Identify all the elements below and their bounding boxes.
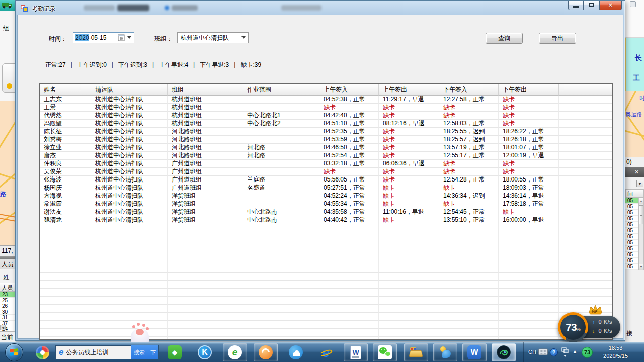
table-row[interactable] bbox=[40, 337, 612, 340]
column-header[interactable]: 下午签出 bbox=[499, 84, 559, 96]
vip-crown-icon[interactable]: VIP bbox=[588, 304, 604, 317]
column-header[interactable] bbox=[559, 84, 612, 96]
table-row[interactable] bbox=[40, 232, 612, 240]
table-row[interactable] bbox=[40, 256, 612, 264]
table-row[interactable]: 王景杭州道中心清扫队杭州道班组缺卡缺卡缺卡缺卡 bbox=[40, 104, 612, 112]
team-dropdown[interactable]: 杭州道中心清扫队 bbox=[177, 32, 249, 43]
background-list-row[interactable]: 05 bbox=[625, 216, 638, 222]
background-list-row[interactable]: 23 bbox=[0, 292, 15, 298]
app-button-explorer[interactable] bbox=[404, 343, 428, 361]
table-row[interactable]: 常淑霞杭州道中心清扫队洋货班组04:55:34，正常缺卡缺卡17:58:18，正… bbox=[40, 200, 612, 208]
column-header[interactable]: 清运队 bbox=[91, 84, 168, 96]
scrollbar[interactable]: ▲ ▼ bbox=[638, 198, 644, 270]
background-tool-button[interactable] bbox=[2, 63, 15, 93]
table-row[interactable] bbox=[40, 264, 612, 273]
background-list-row[interactable]: 05 bbox=[625, 264, 638, 270]
background-list-row[interactable]: 05 bbox=[625, 258, 638, 264]
app-button-360-browser[interactable]: e bbox=[223, 343, 247, 361]
table-row[interactable]: 杨国庆杭州道中心清扫队广州道班组名盛道05:27:51，正常缺卡缺卡18:09:… bbox=[40, 184, 612, 192]
table-row[interactable] bbox=[40, 329, 612, 337]
background-list-row[interactable]: 25 bbox=[0, 298, 15, 304]
app-button-wangwang[interactable] bbox=[433, 343, 457, 361]
chevron-down-icon[interactable]: ▼ bbox=[636, 180, 643, 187]
column-header[interactable]: 下午签入 bbox=[439, 84, 499, 96]
map-fragment-right[interactable]: 时 奥运路 bbox=[625, 90, 644, 157]
background-list-row[interactable]: 05 bbox=[625, 234, 638, 240]
keyboard-icon[interactable] bbox=[538, 348, 548, 357]
table-row[interactable]: 唐杰杭州道中心清扫队河北路班组河北路04:52:54，正常缺卡12:55:17，… bbox=[40, 152, 612, 160]
chevron-down-icon[interactable] bbox=[127, 36, 131, 41]
language-indicator[interactable]: CH bbox=[528, 349, 536, 355]
table-row[interactable] bbox=[40, 305, 612, 313]
background-list-row[interactable]: 05 bbox=[625, 252, 638, 258]
desktop-pet-paw[interactable] bbox=[127, 322, 151, 342]
start-button[interactable] bbox=[4, 343, 24, 361]
table-row[interactable]: 徐立业杭州道中心清扫队河北路班组河北路04:46:50，正常缺卡13:57:19… bbox=[40, 144, 612, 152]
minimize-button[interactable] bbox=[568, 1, 584, 10]
app-icon-360[interactable] bbox=[31, 343, 53, 361]
column-header[interactable]: 姓名 bbox=[40, 84, 91, 96]
table-row[interactable]: 刘秀梅杭州道中心清扫队河北路班组04:53:59，正常缺卡18:25:57，迟到… bbox=[40, 136, 612, 144]
background-list-row[interactable]: 05 bbox=[625, 222, 638, 228]
maximize-button[interactable] bbox=[584, 1, 599, 10]
table-row[interactable]: 谢法友杭州道中心清扫队洋货班组中心北路南04:35:58，正常11:00:16，… bbox=[40, 208, 612, 216]
background-list-row[interactable]: 05 bbox=[625, 204, 638, 210]
table-row[interactable]: 代绣然杭州道中心清扫队杭州道班组中心北路北104:42:40，正常缺卡缺卡缺卡 bbox=[40, 112, 612, 120]
table-row[interactable]: 吴俊荣杭州道中心清扫队广州道班组缺卡缺卡缺卡缺卡 bbox=[40, 168, 612, 176]
titlebar[interactable]: 考勤记录 ✕ bbox=[16, 1, 625, 15]
taskbar-search-box[interactable]: e 公务员线上培训 搜索一下 bbox=[55, 345, 159, 359]
table-row[interactable] bbox=[40, 289, 612, 297]
scrollbar-thumb[interactable] bbox=[639, 205, 643, 224]
background-list-row[interactable]: 30 bbox=[0, 309, 15, 315]
export-button[interactable]: 导出 bbox=[539, 33, 576, 44]
table-row[interactable] bbox=[40, 313, 612, 321]
table-row[interactable]: 方海视杭州道中心清扫队洋货班组04:52:24，正常缺卡14:36:34，迟到1… bbox=[40, 192, 612, 200]
table-row[interactable] bbox=[40, 224, 612, 232]
background-list-row[interactable]: 05 bbox=[625, 228, 638, 234]
close-button[interactable]: ✕ bbox=[599, 1, 622, 10]
taskbar-clock[interactable]: 18:53 2020/5/15 bbox=[603, 344, 628, 360]
app-icon-green-gem[interactable]: ◆ bbox=[164, 343, 186, 361]
table-row[interactable]: 陈长征杭州道中心清扫队河北路班组04:52:35，正常缺卡18:25:55，迟到… bbox=[40, 128, 612, 136]
background-list-row[interactable]: 05 bbox=[625, 246, 638, 252]
background-list-row[interactable]: 05 bbox=[625, 198, 638, 204]
calendar-icon[interactable] bbox=[118, 34, 125, 41]
column-header[interactable]: 作业范围 bbox=[243, 84, 319, 96]
table-row[interactable]: 仲积良杭州道中心清扫队广州道班组03:32:18，正常06:06:36，早退缺卡… bbox=[40, 160, 612, 168]
table-row[interactable] bbox=[40, 248, 612, 256]
column-header[interactable]: 上午签出 bbox=[379, 84, 439, 96]
column-header[interactable]: 班组 bbox=[168, 84, 243, 96]
app-button-word[interactable]: W bbox=[344, 343, 368, 361]
map-fragment-left[interactable] bbox=[0, 101, 16, 245]
table-row[interactable] bbox=[40, 273, 612, 281]
background-list-row[interactable]: 05 bbox=[625, 210, 638, 216]
date-picker[interactable]: 2020-05-15 bbox=[73, 32, 134, 43]
show-hidden-icons[interactable]: ▲ bbox=[573, 349, 577, 354]
table-row[interactable]: 魏清龙杭州道中心清扫队洋货班组中心北路南04:40:42，正常缺卡13:55:1… bbox=[40, 216, 612, 224]
column-header[interactable]: 上午签入 bbox=[319, 84, 379, 96]
search-input[interactable]: 公务员线上培训 bbox=[66, 348, 131, 357]
scroll-down-icon[interactable]: ▼ bbox=[639, 264, 643, 270]
background-time-column-header[interactable]: 间 bbox=[625, 189, 644, 198]
table-row[interactable]: 张海波杭州道中心清扫队广州道班组兰庭路05:56:05，正常缺卡12:54:28… bbox=[40, 176, 612, 184]
app-icon-qq-browser[interactable] bbox=[285, 343, 307, 361]
window-switch-icon[interactable] bbox=[561, 347, 569, 358]
background-list-row[interactable]: 26 bbox=[0, 303, 15, 309]
memory-usage-ball[interactable]: 73 % bbox=[558, 312, 588, 342]
table-row[interactable] bbox=[40, 297, 612, 305]
background-column-header[interactable]: 人员 bbox=[0, 283, 16, 292]
app-button-cheetah-browser[interactable] bbox=[254, 343, 278, 361]
background-list-row[interactable]: 31 bbox=[0, 315, 15, 321]
table-row[interactable]: 王志东杭州道中心清扫队杭州道班组04:52:38，正常11:29:17，早退12… bbox=[40, 96, 612, 104]
close-icon[interactable]: ✕ bbox=[634, 169, 639, 175]
query-button[interactable]: 查询 bbox=[486, 33, 523, 44]
app-icon-internet-explorer[interactable]: e bbox=[315, 343, 337, 361]
scroll-up-icon[interactable]: ▲ bbox=[639, 198, 643, 204]
app-icon-kingsoft[interactable]: K bbox=[194, 343, 216, 361]
app-button-wechat[interactable] bbox=[373, 343, 397, 361]
table-row[interactable] bbox=[40, 240, 612, 248]
background-list-row[interactable]: 05 bbox=[625, 240, 638, 246]
search-button[interactable]: 搜索一下 bbox=[131, 345, 158, 359]
tray-badge-73[interactable]: 73 bbox=[582, 347, 593, 358]
table-row[interactable]: 冯殿望杭州道中心清扫队杭州道班组中心北路北204:51:10，正常08:12:1… bbox=[40, 120, 612, 128]
